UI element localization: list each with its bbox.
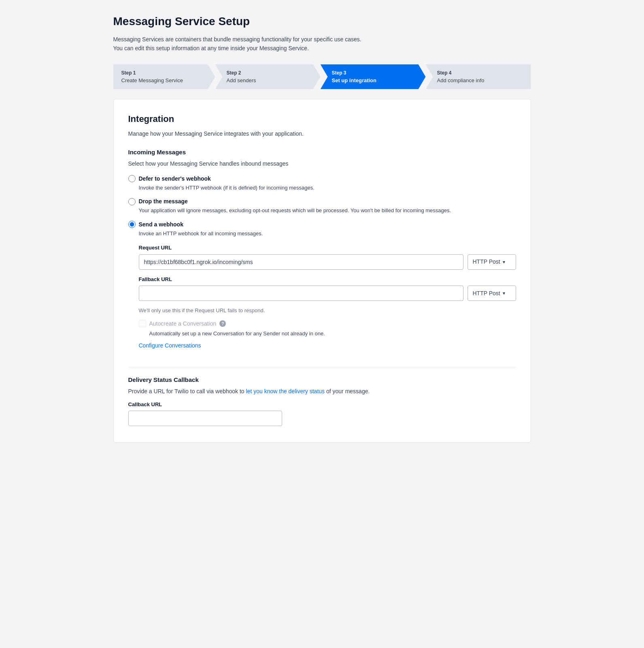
request-url-label: Request URL xyxy=(139,244,516,252)
step-3[interactable]: Step 3 Set up integration xyxy=(321,64,426,90)
radio-webhook-label: Send a webhook xyxy=(139,220,183,229)
autocreate-row: Autocreate a Conversation ? xyxy=(139,320,516,328)
autocreate-checkbox[interactable] xyxy=(139,320,146,327)
fallback-url-method-select[interactable]: HTTP Post ▾ xyxy=(468,286,516,301)
delivery-status-section: Delivery Status Callback Provide a URL f… xyxy=(128,367,516,426)
radio-defer[interactable] xyxy=(128,175,136,182)
delivery-desc-suffix: of your message. xyxy=(325,388,370,394)
callback-url-input[interactable] xyxy=(128,411,282,426)
card-title: Integration xyxy=(128,112,516,126)
radio-webhook-sublabel: Invoke an HTTP webhook for all incoming … xyxy=(139,230,516,238)
steps-bar: Step 1 Create Messaging Service Step 2 A… xyxy=(113,64,531,90)
fallback-url-label: Fallback URL xyxy=(139,275,516,284)
autocreate-info-icon[interactable]: ? xyxy=(219,320,226,327)
step-3-label: Set up integration xyxy=(332,77,419,85)
callback-url-label: Callback URL xyxy=(128,401,516,409)
delivery-status-title: Delivery Status Callback xyxy=(128,375,516,385)
step-2[interactable]: Step 2 Add senders xyxy=(215,64,321,90)
incoming-messages-description: Select how your Messaging Service handle… xyxy=(128,160,516,168)
fallback-url-helper: We'll only use this if the Request URL f… xyxy=(139,307,516,315)
fallback-url-input[interactable] xyxy=(139,286,463,301)
step-2-number: Step 2 xyxy=(227,69,314,77)
radio-option-defer: Defer to sender's webhook Invoke the sen… xyxy=(128,175,516,192)
radio-drop-label: Drop the message xyxy=(139,197,188,206)
delivery-status-link[interactable]: let you know the delivery status xyxy=(246,388,325,394)
fallback-url-row: HTTP Post ▾ xyxy=(139,286,516,301)
page-title: Messaging Service Setup xyxy=(113,13,531,30)
step-1-number: Step 1 xyxy=(121,69,209,77)
step-1-label: Create Messaging Service xyxy=(121,77,209,85)
step-3-number: Step 3 xyxy=(332,69,419,77)
incoming-messages-title: Incoming Messages xyxy=(128,148,516,157)
request-url-row: HTTP Post ▾ xyxy=(139,254,516,270)
delivery-status-description: Provide a URL for Twilio to call via web… xyxy=(128,387,516,396)
incoming-radio-group: Defer to sender's webhook Invoke the sen… xyxy=(128,175,516,356)
request-url-method-select[interactable]: HTTP Post ▾ xyxy=(468,254,516,270)
request-url-input[interactable] xyxy=(139,254,463,270)
integration-card: Integration Manage how your Messaging Se… xyxy=(113,99,531,443)
radio-defer-label: Defer to sender's webhook xyxy=(139,175,211,183)
request-url-group: Request URL HTTP Post ▾ Fallback URL xyxy=(139,244,516,350)
delivery-desc-prefix: Provide a URL for Twilio to call via web… xyxy=(128,388,246,394)
radio-drop[interactable] xyxy=(128,198,136,205)
fallback-url-method-label: HTTP Post xyxy=(473,289,500,298)
radio-drop-sublabel: Your application will ignore messages, e… xyxy=(139,207,516,215)
radio-webhook[interactable] xyxy=(128,221,136,228)
autocreate-label: Autocreate a Conversation xyxy=(149,320,217,328)
fallback-url-chevron-icon: ▾ xyxy=(503,290,505,297)
step-4[interactable]: Step 4 Add compliance info xyxy=(426,64,531,90)
incoming-messages-section: Incoming Messages Select how your Messag… xyxy=(128,148,516,356)
card-description: Manage how your Messaging Service integr… xyxy=(128,130,516,138)
step-4-label: Add compliance info xyxy=(437,77,525,85)
request-url-method-label: HTTP Post xyxy=(473,258,500,266)
radio-option-drop: Drop the message Your application will i… xyxy=(128,197,516,215)
configure-conversations-link[interactable]: Configure Conversations xyxy=(139,342,201,349)
radio-option-webhook: Send a webhook Invoke an HTTP webhook fo… xyxy=(128,220,516,350)
step-2-label: Add senders xyxy=(227,77,314,85)
autocreate-sublabel: Automatically set up a new Conversation … xyxy=(149,330,516,338)
step-4-number: Step 4 xyxy=(437,69,525,77)
request-url-chevron-icon: ▾ xyxy=(503,258,505,266)
step-1[interactable]: Step 1 Create Messaging Service xyxy=(113,64,215,90)
page-description: Messaging Services are containers that b… xyxy=(113,35,531,53)
radio-defer-sublabel: Invoke the sender's HTTP webhook (if it … xyxy=(139,184,516,192)
